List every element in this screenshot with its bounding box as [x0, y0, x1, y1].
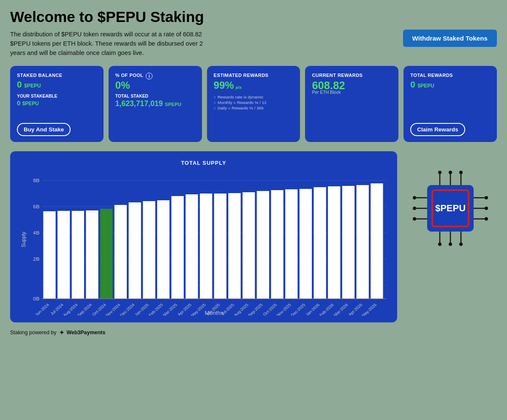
total-rewards-card: TOTAL REWARDS 0 $PEPU Claim Rewards [403, 66, 497, 142]
estimated-rewards-label: ESTIMATED REWARDS [214, 73, 294, 78]
total-rewards-value: 0 $PEPU [410, 79, 490, 90]
web3-icon: ✦ [59, 329, 64, 336]
intro-row: The distribution of $PEPU token rewards … [10, 30, 497, 57]
bar-may2025 [200, 194, 212, 299]
svg-point-59 [449, 243, 452, 246]
per-eth-label: Per ETH Block [312, 90, 392, 95]
svg-text:Sep-2024: Sep-2024 [76, 303, 93, 316]
estimated-bullets: Rewards rate is dynamic Monthly = Reward… [214, 95, 294, 110]
svg-point-53 [449, 171, 452, 174]
estimated-rewards-value: 99% p/a [214, 79, 294, 91]
svg-text:Sep-2025: Sep-2025 [247, 303, 264, 316]
svg-text:4B: 4B [33, 230, 39, 235]
svg-point-49 [485, 217, 488, 221]
svg-point-41 [413, 207, 416, 210]
bar-feb2025 [157, 200, 169, 299]
withdraw-button[interactable]: Withdraw Staked Tokens [403, 30, 497, 47]
bar-jul2024 [57, 211, 70, 299]
svg-point-55 [459, 171, 463, 174]
svg-point-51 [438, 171, 442, 174]
bar-jun2024 [43, 211, 55, 299]
svg-text:6B: 6B [33, 204, 39, 209]
bar-jul2025 [228, 193, 240, 299]
bullet-2: Monthly = Rewards % / 12 [214, 100, 294, 105]
bar-sep2024 [86, 210, 98, 299]
svg-text:Months: Months [205, 310, 224, 316]
stakeable-value: 0 $PEPU [17, 99, 97, 106]
total-rewards-label: TOTAL REWARDS [410, 73, 490, 78]
svg-point-47 [485, 207, 488, 210]
bar-aug2024 [72, 211, 84, 299]
svg-point-39 [413, 196, 416, 199]
estimated-rewards-card: ESTIMATED REWARDS 99% p/a Rewards rate i… [207, 66, 300, 142]
bar-nov2025 [285, 189, 297, 299]
footer: Staking powered by ✦ Web3Payments [10, 329, 497, 336]
page-title: Welcome to $PEPU Staking [10, 8, 497, 25]
svg-text:Feb-2025: Feb-2025 [147, 303, 164, 316]
chart-title: TOTAL SUPPLY [19, 160, 389, 166]
pepu-chip-svg: $PEPU [410, 168, 491, 248]
total-staked-value: 1,623,717,019 SPEPU [115, 99, 195, 108]
svg-text:May-2025: May-2025 [190, 303, 207, 316]
pool-label: % OF POOL [115, 73, 143, 78]
svg-point-43 [413, 217, 416, 221]
svg-point-61 [459, 243, 463, 246]
svg-text:8B: 8B [33, 178, 39, 183]
bar-oct2025 [271, 190, 283, 299]
svg-text:Dec-2025: Dec-2025 [290, 303, 306, 316]
claim-rewards-button[interactable]: Claim Rewards [410, 123, 465, 136]
bar-oct2024 [100, 209, 112, 299]
svg-text:Mar-2026: Mar-2026 [333, 303, 349, 316]
svg-text:Aug-2025: Aug-2025 [233, 303, 249, 316]
svg-text:Jan-2025: Jan-2025 [134, 303, 150, 316]
buy-and-stake-button[interactable]: Buy And Stake [17, 123, 71, 136]
pool-card: % OF POOL i 0% TOTAL STAKED 1,623,717,01… [109, 66, 202, 142]
bar-jan2025 [143, 201, 155, 299]
total-staked-label: TOTAL STAKED [115, 94, 195, 98]
staked-balance-label: STAKED BALANCE [17, 73, 97, 78]
bar-apr2025 [185, 194, 198, 299]
bar-jan2026 [314, 187, 326, 299]
bullet-1: Rewards rate is dynamic [214, 95, 294, 99]
bar-nov2024 [114, 205, 127, 299]
bar-sep2025 [257, 191, 269, 299]
svg-text:2B: 2B [33, 256, 39, 262]
chart-logo-row: TOTAL SUPPLY 8B 6B 4B 2B 0B [10, 151, 497, 322]
bar-may2026 [371, 183, 383, 299]
logo-area: $PEPU [404, 151, 497, 248]
bar-dec2025 [300, 189, 312, 299]
bar-mar2025 [172, 196, 184, 299]
stakeable-label: YOUR STAKEABLE [17, 94, 97, 98]
svg-text:Supply: Supply [20, 232, 27, 247]
staked-balance-card: STAKED BALANCE 0 $PEPU YOUR STAKEABLE 0 … [10, 66, 104, 142]
bar-aug2025 [243, 192, 255, 299]
svg-text:May-2026: May-2026 [360, 303, 377, 316]
current-rewards-card: CURRENT REWARDS 608.82 Per ETH Block [305, 66, 398, 142]
pool-info-icon[interactable]: i [146, 73, 153, 79]
bar-mar2026 [342, 186, 354, 299]
bullet-3: Daily = Rewards % / 365 [214, 106, 294, 110]
intro-text: The distribution of $PEPU token rewards … [10, 30, 213, 57]
svg-text:Feb-2026: Feb-2026 [319, 303, 335, 316]
pool-label-row: % OF POOL i [115, 73, 195, 79]
cards-row: STAKED BALANCE 0 $PEPU YOUR STAKEABLE 0 … [10, 66, 497, 142]
current-rewards-label: CURRENT REWARDS [312, 73, 392, 78]
bar-dec2024 [129, 202, 141, 299]
bar-apr2026 [357, 185, 369, 299]
svg-text:Mar-2025: Mar-2025 [162, 303, 178, 316]
svg-text:$PEPU: $PEPU [435, 203, 466, 213]
pool-value: 0% [115, 79, 195, 91]
chart-svg: 8B 6B 4B 2B 0B [19, 172, 389, 316]
bar-feb2026 [328, 186, 340, 299]
svg-text:Jun-2024: Jun-2024 [34, 303, 50, 316]
svg-text:Jan-2026: Jan-2026 [305, 303, 321, 316]
footer-text: Staking powered by [10, 330, 57, 335]
chart-container: TOTAL SUPPLY 8B 6B 4B 2B 0B [10, 151, 397, 322]
staked-balance-value: 0 $PEPU [17, 79, 97, 90]
chart-area: 8B 6B 4B 2B 0B [19, 172, 389, 316]
footer-brand: Web3Payments [67, 330, 106, 335]
svg-text:0B: 0B [33, 296, 39, 301]
svg-text:Nov-2025: Nov-2025 [275, 303, 292, 316]
svg-point-57 [438, 243, 442, 246]
svg-point-45 [485, 196, 488, 199]
